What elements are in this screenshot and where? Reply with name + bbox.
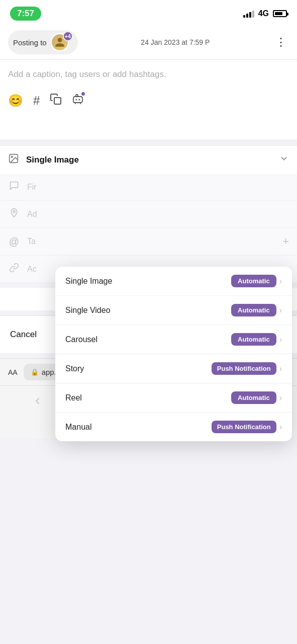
- dropdown-label-carousel: Carousel: [65, 335, 97, 344]
- dropdown-right-story: Push Notification ›: [212, 362, 282, 375]
- dropdown-item-story[interactable]: Story Push Notification ›: [55, 354, 292, 383]
- dropdown-item-single-video[interactable]: Single Video Automatic ›: [55, 296, 292, 325]
- dropdown-menu: Single Image Automatic › Single Video Au…: [55, 267, 292, 441]
- dropdown-right-carousel: Automatic ›: [231, 333, 282, 346]
- chevron-right-story: ›: [279, 364, 282, 373]
- dropdown-label-manual: Manual: [65, 423, 91, 432]
- chevron-right-single-video: ›: [279, 306, 282, 315]
- badge-automatic-single-video: Automatic: [231, 304, 276, 316]
- badge-automatic-reel: Automatic: [231, 391, 276, 404]
- dropdown-label-single-video: Single Video: [65, 306, 111, 315]
- dropdown-right-single-image: Automatic ›: [231, 275, 282, 287]
- dropdown-right-manual: Push Notification ›: [212, 421, 282, 433]
- dropdown-right-single-video: Automatic ›: [231, 304, 282, 316]
- chevron-right-manual: ›: [279, 423, 282, 432]
- dropdown-item-reel[interactable]: Reel Automatic ›: [55, 383, 292, 413]
- dropdown-item-carousel[interactable]: Carousel Automatic ›: [55, 325, 292, 354]
- badge-push-story: Push Notification: [212, 362, 276, 375]
- dropdown-item-single-image[interactable]: Single Image Automatic ›: [55, 267, 292, 296]
- badge-push-manual: Push Notification: [212, 421, 276, 433]
- badge-automatic-single-image: Automatic: [231, 275, 276, 287]
- chevron-right-single-image: ›: [279, 277, 282, 286]
- chevron-right-carousel: ›: [279, 335, 282, 344]
- dropdown-item-manual[interactable]: Manual Push Notification ›: [55, 413, 292, 441]
- dropdown-label-reel: Reel: [65, 393, 82, 403]
- dropdown-label-single-image: Single Image: [65, 277, 112, 286]
- chevron-right-reel: ›: [279, 393, 282, 403]
- dropdown-label-story: Story: [65, 364, 84, 373]
- dropdown-right-reel: Automatic ›: [231, 391, 282, 404]
- badge-automatic-carousel: Automatic: [231, 333, 276, 346]
